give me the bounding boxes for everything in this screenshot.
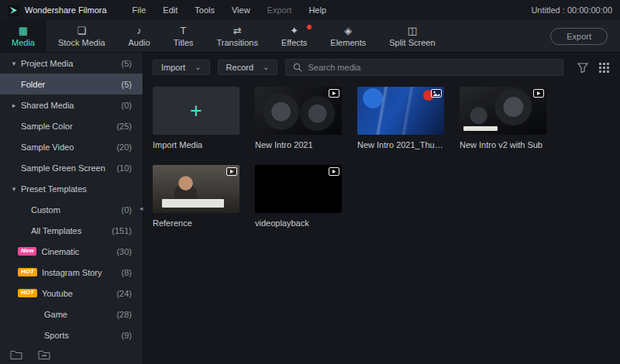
- menu-help[interactable]: Help: [300, 5, 335, 15]
- plus-icon: +: [190, 101, 202, 122]
- tab-split-screen[interactable]: ◫ Split Screen: [377, 20, 446, 52]
- sidebar-item-cinematic[interactable]: New Cinematic (30): [0, 241, 143, 262]
- media-item-import[interactable]: + Import Media: [153, 87, 239, 149]
- media-item-label: Import Media: [153, 140, 239, 149]
- media-item-label: videoplayback: [255, 218, 342, 228]
- sidebar-item-youtube[interactable]: HOT Youtube (24): [0, 283, 143, 304]
- sidebar-item-label: Sports: [44, 331, 69, 340]
- search-bar[interactable]: [285, 59, 563, 76]
- record-dropdown-label: Record: [226, 63, 253, 72]
- sidebar-item-label: Instagram Story: [42, 268, 102, 277]
- triangle-right-icon[interactable]: ▸: [10, 101, 18, 109]
- sidebar-item-sample-color[interactable]: Sample Color (25): [0, 115, 143, 136]
- sidebar-item-shared-media[interactable]: ▸ Shared Media (0): [0, 94, 143, 115]
- menu-file[interactable]: File: [124, 5, 155, 15]
- sidebar-item-count: (151): [112, 226, 132, 235]
- filter-icon[interactable]: [577, 63, 588, 73]
- tab-label: Audio: [129, 38, 150, 47]
- view-tools: [577, 63, 609, 73]
- media-content-panel: Import ⌄ Record ⌄: [143, 53, 620, 364]
- triangle-down-icon[interactable]: ▾: [10, 60, 18, 67]
- feature-tab-bar: ▦ Media ❏ Stock Media ♪ Audio T Titles ⇄…: [0, 20, 620, 53]
- sidebar-item-count: (5): [122, 59, 132, 68]
- video-badge-icon: [226, 167, 237, 176]
- top-menu-bar: Wondershare Filmora File Edit Tools View…: [0, 0, 620, 20]
- sidebar-collapse-handle[interactable]: ◂: [140, 204, 143, 212]
- media-item-label: New Intro 2021_Thum...: [357, 140, 444, 149]
- delete-folder-icon[interactable]: [38, 350, 50, 360]
- tab-titles[interactable]: T Titles: [162, 20, 205, 52]
- sidebar-item-label: Sample Green Screen: [21, 163, 105, 173]
- menu-view[interactable]: View: [223, 5, 259, 15]
- record-dropdown[interactable]: Record ⌄: [218, 60, 278, 75]
- sidebar-item-sample-green-screen[interactable]: Sample Green Screen (10): [0, 157, 143, 178]
- tab-elements[interactable]: ◈ Elements: [319, 20, 377, 52]
- sidebar-item-project-media[interactable]: ▾ Project Media (5): [0, 53, 143, 74]
- sidebar-item-preset-templates[interactable]: ▾ Preset Templates: [0, 178, 143, 199]
- sidebar-footer: [0, 345, 143, 364]
- project-status: Untitled : 00:00:00:00: [531, 5, 612, 15]
- video-thumbnail[interactable]: [255, 165, 342, 213]
- import-dropdown[interactable]: Import ⌄: [153, 60, 210, 75]
- sidebar-item-label: Preset Templates: [21, 184, 87, 194]
- tab-stock-media[interactable]: ❏ Stock Media: [46, 20, 117, 52]
- search-input[interactable]: [308, 63, 556, 72]
- transitions-icon: ⇄: [233, 26, 242, 36]
- image-thumbnail[interactable]: [357, 87, 444, 135]
- effects-icon: ✦: [290, 26, 298, 36]
- sidebar-item-custom[interactable]: Custom (0): [0, 199, 143, 220]
- content-toolbar: Import ⌄ Record ⌄: [153, 57, 609, 77]
- sidebar-item-label: Sample Video: [21, 143, 74, 152]
- add-folder-icon[interactable]: [10, 350, 22, 360]
- notification-dot: [307, 25, 312, 29]
- export-button[interactable]: Export: [550, 28, 608, 45]
- triangle-down-icon[interactable]: ▾: [10, 185, 18, 193]
- sidebar-item-all-templates[interactable]: All Templates (151): [0, 220, 143, 241]
- video-thumbnail[interactable]: [255, 87, 342, 135]
- search-icon: [293, 63, 302, 72]
- sidebar-item-label: Shared Media: [21, 101, 74, 110]
- image-badge-icon: [431, 89, 442, 98]
- video-thumbnail[interactable]: [460, 87, 546, 135]
- tab-transitions[interactable]: ⇄ Transitions: [205, 20, 270, 52]
- chevron-down-icon: ⌄: [195, 64, 201, 70]
- sidebar-item-count: (0): [122, 205, 132, 215]
- video-thumbnail[interactable]: [153, 165, 239, 213]
- import-media-tile[interactable]: +: [153, 87, 239, 135]
- filmora-logo-icon: [8, 5, 19, 16]
- menu-tools[interactable]: Tools: [186, 5, 223, 15]
- sidebar-item-count: (8): [122, 268, 132, 277]
- tab-audio[interactable]: ♪ Audio: [117, 20, 162, 52]
- menu-edit[interactable]: Edit: [154, 5, 186, 15]
- titles-icon: T: [181, 26, 187, 36]
- sidebar-item-sample-video[interactable]: Sample Video (20): [0, 136, 143, 157]
- tab-media[interactable]: ▦ Media: [0, 20, 46, 52]
- sidebar-item-label: Cinematic: [41, 247, 79, 256]
- media-icon: ▦: [19, 26, 28, 36]
- media-item[interactable]: Reference: [153, 165, 239, 228]
- sidebar-item-label: All Templates: [31, 226, 81, 235]
- caption-bar: [463, 126, 498, 131]
- tab-effects[interactable]: ✦ Effects: [270, 20, 319, 52]
- video-badge-icon: [329, 89, 339, 98]
- media-item[interactable]: New Intro 2021: [255, 87, 342, 149]
- sidebar-item-label: Youtube: [42, 289, 73, 298]
- sidebar-item-folder[interactable]: Folder (5): [0, 74, 143, 94]
- chevron-down-icon: ⌄: [263, 64, 269, 70]
- sidebar-item-label: Folder: [21, 80, 45, 89]
- media-item[interactable]: New Intro 2021_Thum...: [357, 87, 444, 149]
- sidebar-item-label: Project Media: [21, 59, 73, 68]
- split-screen-icon: ◫: [408, 26, 417, 36]
- sidebar-item-count: (0): [122, 101, 132, 110]
- menu-export[interactable]: Export: [259, 5, 301, 15]
- tab-label: Effects: [281, 38, 307, 47]
- sidebar-item-sports[interactable]: Sports (9): [0, 325, 143, 345]
- hot-badge: HOT: [18, 289, 37, 297]
- grid-view-icon[interactable]: [599, 63, 609, 73]
- video-badge-icon: [533, 89, 544, 98]
- sidebar-item-instagram-story[interactable]: HOT Instagram Story (8): [0, 262, 143, 283]
- media-item[interactable]: New Intro v2 with Sub: [460, 87, 546, 149]
- media-item[interactable]: videoplayback: [255, 165, 342, 228]
- sidebar-item-game[interactable]: Game (28): [0, 304, 143, 325]
- media-item-label: New Intro 2021: [255, 140, 342, 149]
